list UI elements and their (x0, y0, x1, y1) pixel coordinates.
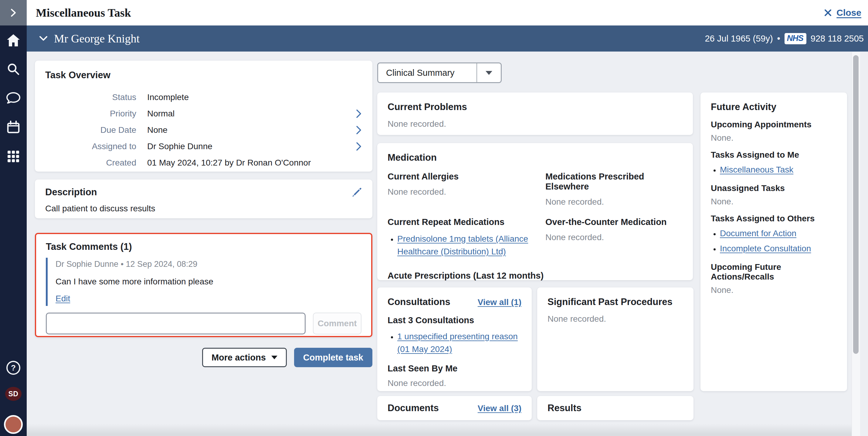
consultations-title: Consultations (388, 297, 451, 307)
section-empty: None. (711, 133, 837, 143)
sidebar-item-apps[interactable] (0, 148, 27, 164)
last-seen-heading: Last Seen By Me (388, 364, 521, 373)
comment-item: Dr Sophie Dunne • 12 Sep 2024, 08:29 Can… (46, 258, 362, 306)
future-activity-title: Future Activity (711, 102, 837, 112)
row-label: Priority (45, 109, 136, 119)
sidebar-item-calendar[interactable] (0, 120, 27, 135)
section-heading: Tasks Assigned to Others (711, 214, 837, 224)
current-problems-title: Current Problems (388, 102, 683, 112)
patient-banner-toggle[interactable]: Mr George Knight (39, 32, 140, 45)
comment-body: Can I have some more information please (56, 277, 362, 287)
section-heading: Over-the-Counter Medication (546, 217, 683, 227)
row-value: 01 May 2024, 10:27 by Dr Ronan O'Connor (147, 158, 362, 168)
row-value: Incomplete (147, 93, 362, 102)
row-priority[interactable]: Priority Normal (45, 105, 362, 122)
repeat-medication-link[interactable]: Prednisolone 1mg tablets (Alliance Healt… (397, 234, 528, 256)
sidebar-item-home[interactable] (0, 32, 27, 48)
row-label: Created (45, 158, 136, 168)
row-due-date[interactable]: Due Date None (45, 122, 362, 138)
task-link[interactable]: Document for Action (720, 229, 796, 238)
help-glyph: ? (11, 363, 16, 373)
sidebar-user-badge[interactable]: SD (0, 386, 27, 402)
tasks-assigned-to-others-section: Tasks Assigned to Others Document for Ac… (711, 214, 837, 255)
chevron-down-icon (39, 35, 48, 41)
sidebar-item-help[interactable]: ? (0, 360, 27, 376)
edit-pencil-icon[interactable] (351, 186, 362, 197)
calendar-icon (6, 120, 21, 135)
sidebar-item-search[interactable] (0, 61, 27, 77)
summary-view-dropdown[interactable]: Clinical Summary (377, 63, 502, 83)
current-problems-empty: None recorded. (388, 119, 683, 129)
row-value: None (147, 125, 356, 135)
chevron-right-icon[interactable] (356, 126, 362, 135)
repeat-medications-section: Current Repeat Medications Prednisolone … (388, 217, 546, 261)
row-status: Status Incomplete (45, 89, 362, 105)
description-body: Call patient to discuss results (45, 204, 362, 213)
comment-meta: Dr Sophie Dunne • 12 Sep 2024, 08:29 (56, 260, 362, 269)
patient-banner: Mr George Knight 26 Jul 1965 (59y) • NHS… (27, 26, 868, 52)
help-icon: ? (6, 361, 20, 375)
section-heading: Upcoming Future Actions/Recalls (711, 262, 837, 282)
medication-card: Medication Current Allergies None record… (377, 143, 693, 280)
task-overview-title: Task Overview (45, 70, 362, 81)
row-created: Created 01 May 2024, 10:27 by Dr Ronan O… (45, 155, 362, 171)
section-empty: None. (711, 285, 837, 295)
bottom-fade (27, 424, 851, 436)
comment-input[interactable] (46, 312, 306, 334)
spp-title: Significant Past Procedures (548, 297, 683, 307)
documents-title: Documents (388, 403, 439, 413)
edit-comment-link[interactable]: Edit (56, 294, 70, 303)
chat-bubble-icon (6, 92, 21, 105)
list-item: Miscellaneous Task (720, 163, 837, 176)
task-overview-card: Task Overview Status Incomplete Priority… (35, 61, 372, 172)
section-heading: Medications Prescribed Elsewhere (546, 172, 683, 192)
list-item: 1 unspecified presenting reason (01 May … (397, 330, 521, 356)
patient-name: Mr George Knight (54, 32, 140, 45)
chevron-right-icon[interactable] (356, 142, 362, 151)
consultations-card: Consultations View all (1) Last 3 Consul… (377, 288, 532, 391)
section-empty: None recorded. (546, 197, 683, 207)
row-value: Normal (147, 109, 356, 119)
section-heading: Acute Prescriptions (Last 12 months) (388, 271, 546, 281)
more-actions-button[interactable]: More actions (202, 348, 287, 367)
list-item: Incomplete Consultation (720, 242, 837, 255)
comment-submit-button[interactable]: Comment (313, 312, 362, 334)
sidebar-expand-button[interactable] (0, 0, 27, 26)
scrollbar-thumb[interactable] (853, 55, 859, 354)
chevron-right-icon (9, 8, 17, 17)
chevron-right-icon[interactable] (356, 109, 362, 118)
upcoming-appointments-section: Upcoming Appointments None. (711, 120, 837, 143)
section-heading: Current Repeat Medications (388, 217, 546, 227)
description-title: Description (45, 187, 97, 198)
section-empty: None recorded. (546, 233, 683, 242)
last-seen-empty: None recorded. (388, 378, 521, 388)
documents-view-all-link[interactable]: View all (3) (478, 404, 521, 413)
page-title: Miscellaneous Task (36, 6, 131, 20)
consultations-view-all-link[interactable]: View all (1) (478, 297, 521, 307)
documents-card: Documents View all (3) (377, 396, 532, 420)
task-link[interactable]: Miscellaneous Task (720, 165, 793, 174)
sidebar-profile-avatar[interactable] (0, 415, 27, 434)
otc-medication-section: Over-the-Counter Medication None recorde… (546, 217, 683, 261)
complete-task-button[interactable]: Complete task (294, 348, 372, 367)
spp-empty: None recorded. (548, 314, 683, 324)
search-icon (6, 62, 20, 76)
avatar (4, 415, 23, 434)
task-comments-card: Task Comments (1) Dr Sophie Dunne • 12 S… (35, 233, 372, 337)
caret-down-icon (486, 71, 492, 75)
last3-consultations-heading: Last 3 Consultations (388, 315, 521, 325)
results-title: Results (548, 403, 683, 413)
sidebar-item-messages[interactable] (0, 90, 27, 106)
task-link[interactable]: Incomplete Consultation (720, 244, 811, 253)
dropdown-selected-value: Clinical Summary (378, 63, 476, 82)
row-assigned-to[interactable]: Assigned to Dr Sophie Dunne (45, 138, 362, 155)
more-actions-label: More actions (212, 353, 266, 363)
consultation-link[interactable]: 1 unspecified presenting reason (01 May … (397, 332, 518, 354)
row-label: Assigned to (45, 142, 136, 151)
patient-demographics: 26 Jul 1965 (59y) • NHS 928 118 2505 (705, 33, 864, 44)
close-button[interactable]: Close (824, 8, 861, 18)
user-initials: SD (8, 390, 19, 398)
section-empty: None recorded. (388, 187, 546, 197)
dropdown-caret-button[interactable] (476, 63, 501, 82)
section-empty: None. (711, 197, 837, 206)
